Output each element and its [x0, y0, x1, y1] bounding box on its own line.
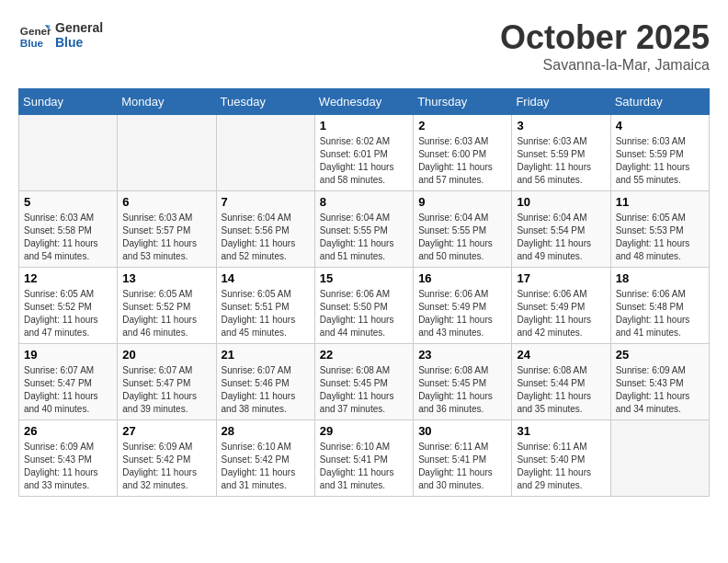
- calendar-day-cell: 5Sunrise: 6:03 AMSunset: 5:58 PMDaylight…: [19, 191, 118, 268]
- day-of-week-header: Tuesday: [216, 89, 314, 115]
- day-of-week-header: Saturday: [610, 89, 709, 115]
- day-number: 7: [222, 195, 310, 209]
- day-number: 30: [418, 424, 506, 438]
- day-number: 8: [320, 195, 408, 209]
- day-number: 31: [517, 424, 605, 438]
- day-info: Sunrise: 6:03 AMSunset: 5:59 PMDaylight:…: [616, 135, 704, 187]
- day-info: Sunrise: 6:02 AMSunset: 6:01 PMDaylight:…: [320, 135, 408, 187]
- day-info: Sunrise: 6:04 AMSunset: 5:55 PMDaylight:…: [320, 212, 408, 263]
- day-info: Sunrise: 6:09 AMSunset: 5:43 PMDaylight:…: [616, 364, 704, 416]
- calendar-day-cell: 4Sunrise: 6:03 AMSunset: 5:59 PMDaylight…: [610, 115, 709, 191]
- day-info: Sunrise: 6:04 AMSunset: 5:56 PMDaylight:…: [222, 212, 310, 263]
- calendar-day-cell: [19, 115, 118, 191]
- calendar-day-cell: 6Sunrise: 6:03 AMSunset: 5:57 PMDaylight…: [118, 191, 216, 268]
- day-info: Sunrise: 6:04 AMSunset: 5:54 PMDaylight:…: [517, 212, 605, 263]
- calendar-day-cell: 11Sunrise: 6:05 AMSunset: 5:53 PMDayligh…: [610, 191, 709, 268]
- calendar-day-cell: 12Sunrise: 6:05 AMSunset: 5:52 PMDayligh…: [19, 268, 118, 344]
- day-number: 11: [616, 195, 704, 209]
- page-header: General Blue General Blue October 2025 S…: [18, 18, 710, 74]
- calendar-day-cell: 19Sunrise: 6:07 AMSunset: 5:47 PMDayligh…: [19, 344, 118, 420]
- day-number: 26: [24, 424, 112, 438]
- calendar-day-cell: [610, 420, 709, 497]
- calendar-day-cell: 2Sunrise: 6:03 AMSunset: 6:00 PMDaylight…: [414, 115, 512, 191]
- calendar-table: SundayMondayTuesdayWednesdayThursdayFrid…: [18, 88, 710, 497]
- day-number: 4: [616, 119, 704, 132]
- day-info: Sunrise: 6:09 AMSunset: 5:43 PMDaylight:…: [24, 441, 112, 492]
- calendar-day-cell: 7Sunrise: 6:04 AMSunset: 5:56 PMDaylight…: [216, 191, 314, 268]
- calendar-day-cell: 29Sunrise: 6:10 AMSunset: 5:41 PMDayligh…: [314, 420, 413, 497]
- day-number: 10: [517, 195, 605, 209]
- calendar-day-cell: 9Sunrise: 6:04 AMSunset: 5:55 PMDaylight…: [414, 191, 512, 268]
- day-info: Sunrise: 6:08 AMSunset: 5:45 PMDaylight:…: [418, 364, 506, 416]
- calendar-day-cell: 23Sunrise: 6:08 AMSunset: 5:45 PMDayligh…: [414, 344, 512, 420]
- day-number: 16: [418, 271, 506, 285]
- day-number: 2: [418, 119, 506, 132]
- day-number: 15: [320, 271, 408, 285]
- day-number: 19: [24, 348, 112, 362]
- calendar-week-row: 1Sunrise: 6:02 AMSunset: 6:01 PMDaylight…: [19, 115, 710, 191]
- day-info: Sunrise: 6:04 AMSunset: 5:55 PMDaylight:…: [418, 212, 506, 263]
- day-number: 22: [320, 348, 408, 362]
- day-info: Sunrise: 6:06 AMSunset: 5:50 PMDaylight:…: [320, 288, 408, 339]
- day-of-week-header: Sunday: [19, 89, 118, 115]
- day-of-week-header: Monday: [118, 89, 216, 115]
- day-info: Sunrise: 6:10 AMSunset: 5:41 PMDaylight:…: [320, 441, 408, 492]
- day-info: Sunrise: 6:07 AMSunset: 5:47 PMDaylight:…: [24, 364, 112, 416]
- calendar-week-row: 12Sunrise: 6:05 AMSunset: 5:52 PMDayligh…: [19, 268, 710, 344]
- calendar-week-row: 19Sunrise: 6:07 AMSunset: 5:47 PMDayligh…: [19, 344, 710, 420]
- calendar-week-row: 5Sunrise: 6:03 AMSunset: 5:58 PMDaylight…: [19, 191, 710, 268]
- calendar-day-cell: 24Sunrise: 6:08 AMSunset: 5:44 PMDayligh…: [512, 344, 610, 420]
- day-of-week-header: Friday: [512, 89, 610, 115]
- day-info: Sunrise: 6:08 AMSunset: 5:45 PMDaylight:…: [320, 364, 408, 416]
- day-info: Sunrise: 6:10 AMSunset: 5:42 PMDaylight:…: [222, 441, 310, 492]
- calendar-day-cell: 27Sunrise: 6:09 AMSunset: 5:42 PMDayligh…: [118, 420, 216, 497]
- day-number: 20: [122, 348, 210, 362]
- day-info: Sunrise: 6:07 AMSunset: 5:46 PMDaylight:…: [222, 364, 310, 416]
- calendar-day-cell: 18Sunrise: 6:06 AMSunset: 5:48 PMDayligh…: [610, 268, 709, 344]
- day-info: Sunrise: 6:06 AMSunset: 5:49 PMDaylight:…: [517, 288, 605, 339]
- day-of-week-header: Wednesday: [314, 89, 413, 115]
- calendar-day-cell: 20Sunrise: 6:07 AMSunset: 5:47 PMDayligh…: [118, 344, 216, 420]
- calendar-day-cell: 15Sunrise: 6:06 AMSunset: 5:50 PMDayligh…: [314, 268, 413, 344]
- day-info: Sunrise: 6:03 AMSunset: 5:57 PMDaylight:…: [122, 212, 210, 263]
- calendar-week-row: 26Sunrise: 6:09 AMSunset: 5:43 PMDayligh…: [19, 420, 710, 497]
- day-number: 21: [222, 348, 310, 362]
- calendar-day-cell: 8Sunrise: 6:04 AMSunset: 5:55 PMDaylight…: [314, 191, 413, 268]
- calendar-day-cell: 13Sunrise: 6:05 AMSunset: 5:52 PMDayligh…: [118, 268, 216, 344]
- logo-blue: Blue: [55, 35, 103, 50]
- day-info: Sunrise: 6:03 AMSunset: 5:58 PMDaylight:…: [24, 212, 112, 263]
- calendar-day-cell: 14Sunrise: 6:05 AMSunset: 5:51 PMDayligh…: [216, 268, 314, 344]
- calendar-day-cell: 1Sunrise: 6:02 AMSunset: 6:01 PMDaylight…: [314, 115, 413, 191]
- day-number: 24: [517, 348, 605, 362]
- day-number: 18: [616, 271, 704, 285]
- day-number: 23: [418, 348, 506, 362]
- calendar-header-row: SundayMondayTuesdayWednesdayThursdayFrid…: [19, 89, 710, 115]
- day-info: Sunrise: 6:09 AMSunset: 5:42 PMDaylight:…: [122, 441, 210, 492]
- calendar-day-cell: [216, 115, 314, 191]
- day-number: 12: [24, 271, 112, 285]
- calendar-day-cell: 26Sunrise: 6:09 AMSunset: 5:43 PMDayligh…: [19, 420, 118, 497]
- location-subtitle: Savanna-la-Mar, Jamaica: [500, 57, 710, 74]
- calendar-day-cell: 31Sunrise: 6:11 AMSunset: 5:40 PMDayligh…: [512, 420, 610, 497]
- logo: General Blue General Blue: [18, 18, 103, 52]
- day-info: Sunrise: 6:06 AMSunset: 5:48 PMDaylight:…: [616, 288, 704, 339]
- day-number: 28: [222, 424, 310, 438]
- calendar-day-cell: [118, 115, 216, 191]
- calendar-day-cell: 28Sunrise: 6:10 AMSunset: 5:42 PMDayligh…: [216, 420, 314, 497]
- day-number: 27: [122, 424, 210, 438]
- day-number: 25: [616, 348, 704, 362]
- day-info: Sunrise: 6:05 AMSunset: 5:51 PMDaylight:…: [222, 288, 310, 339]
- calendar-day-cell: 10Sunrise: 6:04 AMSunset: 5:54 PMDayligh…: [512, 191, 610, 268]
- day-info: Sunrise: 6:05 AMSunset: 5:53 PMDaylight:…: [616, 212, 704, 263]
- day-info: Sunrise: 6:05 AMSunset: 5:52 PMDaylight:…: [122, 288, 210, 339]
- calendar-day-cell: 30Sunrise: 6:11 AMSunset: 5:41 PMDayligh…: [414, 420, 512, 497]
- day-number: 14: [222, 271, 310, 285]
- title-block: October 2025 Savanna-la-Mar, Jamaica: [500, 18, 710, 74]
- calendar-day-cell: 21Sunrise: 6:07 AMSunset: 5:46 PMDayligh…: [216, 344, 314, 420]
- calendar-day-cell: 16Sunrise: 6:06 AMSunset: 5:49 PMDayligh…: [414, 268, 512, 344]
- day-of-week-header: Thursday: [414, 89, 512, 115]
- day-number: 3: [517, 119, 605, 132]
- day-info: Sunrise: 6:11 AMSunset: 5:41 PMDaylight:…: [418, 441, 506, 492]
- logo-icon: General Blue: [18, 18, 51, 52]
- logo-general: General: [55, 20, 103, 35]
